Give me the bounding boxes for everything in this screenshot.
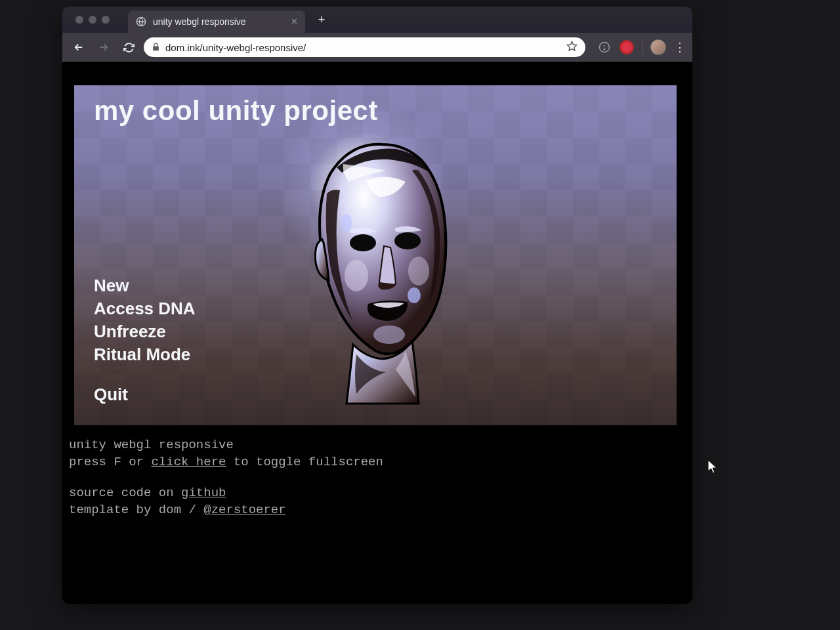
page-footer-text: unity webgl responsive press F or click … — [69, 437, 383, 519]
toggle-fullscreen-link[interactable]: click here — [151, 455, 226, 469]
maximize-window-button[interactable] — [102, 16, 110, 24]
minimize-window-button[interactable] — [89, 16, 96, 24]
github-link[interactable]: github — [181, 486, 226, 500]
footer-line-2: press F or click here to toggle fullscre… — [69, 454, 383, 471]
footer-line-4: template by dom / @zerstoerer — [69, 502, 383, 519]
page-content: my cool unity project — [62, 62, 692, 604]
author-twitter-link[interactable]: @zerstoerer — [203, 503, 285, 517]
url-text: dom.ink/unity-webgl-responsive/ — [165, 42, 306, 53]
svg-point-7 — [345, 260, 368, 291]
game-menu-unfreeze[interactable]: Unfreeze — [94, 322, 196, 342]
chrome-head-graphic — [291, 135, 474, 410]
address-bar[interactable]: dom.ink/unity-webgl-responsive/ — [144, 37, 585, 57]
back-button[interactable] — [69, 37, 89, 57]
footer-line-3: source code on github — [69, 485, 383, 502]
svg-point-10 — [408, 287, 421, 303]
new-tab-button[interactable]: + — [313, 11, 330, 28]
svg-marker-1 — [567, 41, 576, 50]
svg-point-8 — [408, 257, 429, 285]
svg-point-6 — [394, 232, 421, 249]
lock-icon — [152, 42, 160, 53]
tab-bar: unity webgl responsive × + — [62, 7, 692, 33]
extension-icon-1[interactable] — [597, 40, 612, 54]
game-menu: New Access DNA Unfreeze Ritual Mode Quit — [94, 276, 196, 405]
window-controls — [69, 16, 116, 24]
globe-icon — [136, 16, 146, 27]
browser-menu-button[interactable]: ⋮ — [674, 40, 686, 54]
svg-point-4 — [604, 49, 605, 50]
game-menu-access-dna[interactable]: Access DNA — [94, 299, 196, 319]
extension-icon-2[interactable] — [620, 40, 634, 54]
nav-bar: dom.ink/unity-webgl-responsive/ ⋮ — [62, 33, 692, 62]
bookmark-star-icon[interactable] — [566, 41, 578, 54]
forward-button[interactable] — [94, 37, 114, 57]
reload-button[interactable] — [119, 37, 138, 57]
svg-point-9 — [373, 326, 405, 344]
game-menu-new[interactable]: New — [94, 276, 196, 296]
tab-title: unity webgl responsive — [153, 16, 246, 27]
svg-point-5 — [350, 234, 376, 251]
close-tab-icon[interactable]: × — [291, 16, 297, 27]
footer-line-1: unity webgl responsive — [69, 437, 383, 454]
mouse-cursor-icon — [707, 459, 719, 475]
game-menu-ritual-mode[interactable]: Ritual Mode — [94, 345, 196, 365]
game-title: my cool unity project — [94, 95, 378, 127]
svg-point-11 — [341, 214, 352, 232]
toolbar-right: ⋮ — [591, 39, 686, 55]
toolbar-divider — [642, 41, 642, 54]
close-window-button[interactable] — [75, 16, 83, 24]
browser-window: unity webgl responsive × + dom.ink/unity… — [62, 7, 692, 604]
unity-canvas[interactable]: my cool unity project — [74, 85, 677, 425]
browser-tab[interactable]: unity webgl responsive × — [128, 10, 305, 33]
game-menu-quit[interactable]: Quit — [94, 385, 196, 405]
profile-avatar[interactable] — [650, 39, 666, 55]
